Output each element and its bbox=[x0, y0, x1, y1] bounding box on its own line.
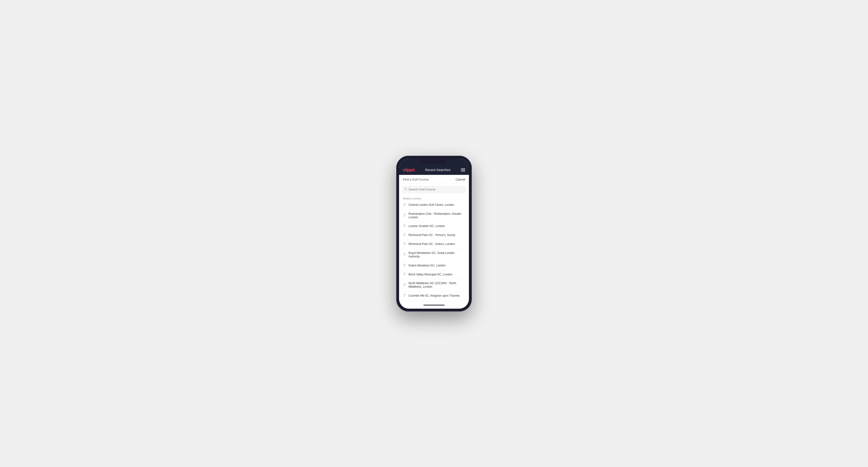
course-name: Coombe Hill GC, Kingston upon Thames bbox=[408, 294, 460, 298]
list-item[interactable]: North Middlesex GC (1011942 - North Midd… bbox=[399, 279, 469, 291]
location-pin-icon bbox=[403, 253, 406, 257]
course-name: Royal Wimbledon GC, Great London Authori… bbox=[408, 251, 465, 259]
menu-icon[interactable] bbox=[461, 168, 465, 171]
svg-point-8 bbox=[404, 264, 405, 265]
find-header: Find a Golf Course Cancel bbox=[399, 175, 469, 184]
location-pin-icon bbox=[403, 214, 406, 218]
nav-title: Recent Searches bbox=[425, 168, 450, 172]
search-bar-container bbox=[399, 184, 469, 195]
search-input[interactable] bbox=[408, 188, 464, 191]
svg-point-11 bbox=[404, 294, 405, 295]
course-name: North Middlesex GC (1011942 - North Midd… bbox=[408, 282, 465, 289]
find-golf-course-title: Find a Golf Course bbox=[403, 178, 429, 181]
list-item[interactable]: Coombe Hill GC, Kingston upon Thames bbox=[399, 291, 469, 301]
cancel-button[interactable]: Cancel bbox=[456, 178, 465, 181]
screen-content: Find a Golf Course Cancel Nearby courses bbox=[399, 175, 469, 309]
location-pin-icon bbox=[403, 263, 406, 268]
home-bar bbox=[423, 305, 445, 306]
phone-device: clippd Recent Searches Find a Golf Cours… bbox=[396, 156, 472, 311]
svg-point-5 bbox=[404, 234, 405, 235]
course-name: Richmond Park GC - Duke's, London bbox=[408, 242, 455, 246]
list-item[interactable]: London Scottish GC, London bbox=[399, 222, 469, 231]
course-list: Central London Golf Centre, London Roeha… bbox=[399, 201, 469, 303]
svg-point-3 bbox=[404, 214, 405, 215]
nav-bar: clippd Recent Searches bbox=[399, 166, 469, 175]
list-item[interactable]: Brent Valley Municipal GC, London bbox=[399, 270, 469, 279]
location-pin-icon bbox=[403, 234, 406, 238]
list-item[interactable]: Dukes Meadows GC, London bbox=[399, 261, 469, 270]
list-item[interactable]: Central London Golf Centre, London bbox=[399, 201, 469, 210]
svg-point-9 bbox=[404, 273, 405, 274]
course-name: Brent Valley Municipal GC, London bbox=[408, 273, 453, 277]
list-item[interactable]: Royal Wimbledon GC, Great London Authori… bbox=[399, 249, 469, 261]
course-name: Dukes Meadows GC, London bbox=[408, 264, 445, 268]
location-pin-icon bbox=[403, 203, 406, 207]
location-pin-icon bbox=[403, 224, 406, 228]
list-item[interactable]: Richmond Park GC - Prince's, Surrey bbox=[399, 231, 469, 240]
location-pin-icon bbox=[403, 273, 406, 277]
svg-point-4 bbox=[404, 225, 405, 226]
svg-line-1 bbox=[406, 189, 407, 190]
course-name: Central London Golf Centre, London bbox=[408, 203, 454, 207]
nearby-section-label: Nearby courses bbox=[399, 195, 469, 201]
phone-notch bbox=[421, 159, 447, 164]
search-bar[interactable] bbox=[402, 186, 466, 193]
list-item[interactable]: Roehampton Club - Roehampton, Greater Lo… bbox=[399, 210, 469, 222]
course-name: London Scottish GC, London bbox=[408, 224, 445, 228]
svg-point-2 bbox=[404, 204, 405, 205]
svg-point-6 bbox=[404, 243, 405, 244]
course-name: Richmond Park GC - Prince's, Surrey bbox=[408, 234, 455, 237]
location-pin-icon bbox=[403, 242, 406, 246]
location-pin-icon bbox=[403, 283, 406, 287]
phone-screen: clippd Recent Searches Find a Golf Cours… bbox=[399, 159, 469, 309]
list-item[interactable]: Richmond Park GC - Duke's, London bbox=[399, 240, 469, 249]
app-logo: clippd bbox=[403, 167, 415, 173]
location-pin-icon bbox=[403, 294, 406, 298]
course-name: Roehampton Club - Roehampton, Greater Lo… bbox=[408, 212, 465, 219]
svg-point-10 bbox=[404, 284, 405, 285]
home-indicator bbox=[399, 303, 469, 309]
search-icon bbox=[404, 187, 407, 192]
svg-point-7 bbox=[404, 253, 405, 254]
